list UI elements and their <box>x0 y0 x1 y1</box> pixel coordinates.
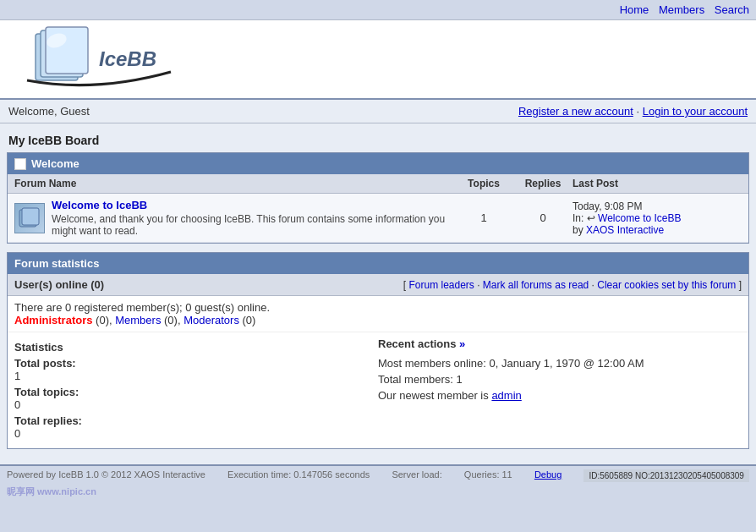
newest-member-link[interactable]: admin <box>491 389 521 402</box>
lastpost-by-label: by <box>572 224 583 236</box>
top-nav-bar: Home Members Search <box>0 0 756 20</box>
forum-row: Welcome to IceBB Welcome, and thank you … <box>8 194 748 243</box>
svg-text:IceBB: IceBB <box>99 47 156 70</box>
forum-name-link[interactable]: Welcome to IceBB <box>52 199 147 211</box>
col-header-replies: Replies <box>513 178 572 189</box>
main-content: My IceBB Board Welcome Forum Name Topics… <box>0 123 756 464</box>
admins-link[interactable]: Administrators <box>14 314 92 326</box>
nav-search-link[interactable]: Search <box>715 3 749 16</box>
members-online-text: There are 0 registered member(s); 0 gues… <box>14 301 270 314</box>
recent-actions-label: Recent actions <box>378 337 456 350</box>
statistics-label: Statistics <box>14 341 378 354</box>
forum-topics-count: 1 <box>454 211 513 224</box>
nav-members-link[interactable]: Members <box>659 3 704 16</box>
welcome-greeting: Welcome, Guest <box>8 105 90 118</box>
forum-info: Welcome to IceBB Welcome, and thank you … <box>52 199 454 237</box>
moderators-link[interactable]: Moderators <box>184 314 239 326</box>
svg-rect-2 <box>46 27 88 74</box>
members-count: (0) <box>164 314 178 326</box>
footer: Powered by IceBB 1.0 © 2012 XAOS Interac… <box>0 464 756 485</box>
forum-stats-section: Forum statistics User(s) online (0) [ Fo… <box>7 252 749 449</box>
forum-column-headers: Forum Name Topics Replies Last Post <box>8 174 748 194</box>
stats-left-col: Statistics Total posts: 1 Total topics: … <box>14 337 378 443</box>
forum-section-welcome: Welcome Forum Name Topics Replies Last P… <box>7 152 749 244</box>
newest-member-label: Our newest member is <box>378 389 489 402</box>
lastpost-thread-link[interactable]: Welcome to IceBB <box>598 212 681 224</box>
total-replies-value: 0 <box>14 427 378 440</box>
stats-members-online-line: There are 0 registered member(s); 0 gues… <box>8 296 748 332</box>
footer-server-load: Server load: <box>392 469 441 482</box>
total-posts-label: Total posts: <box>14 357 378 370</box>
most-online-label: Most members online: <box>378 357 486 370</box>
stats-sep1: · <box>477 279 483 291</box>
lastpost-arrow: ↩ <box>587 212 598 224</box>
most-online-value: 0, January 1, 1970 @ 12:00 AM <box>490 357 644 370</box>
welcome-bar: Welcome, Guest Register a new account · … <box>0 100 756 123</box>
col-header-topics: Topics <box>454 178 513 189</box>
forum-icon <box>14 203 45 233</box>
members-link[interactable]: Members <box>115 314 161 326</box>
forum-replies-count: 0 <box>513 211 572 224</box>
forum-description: Welcome, and thank you for choosing IceB… <box>52 213 454 237</box>
stats-online-bar: User(s) online (0) [ Forum leaders · Mar… <box>8 274 748 296</box>
total-topics-value: 0 <box>14 398 378 411</box>
section-checkbox[interactable] <box>14 158 26 170</box>
forum-leaders-link[interactable]: Forum leaders <box>408 279 474 291</box>
admins-count: (0) <box>96 314 109 326</box>
total-members-value: 1 <box>457 373 463 386</box>
auth-separator: · <box>636 105 642 118</box>
moderators-count: (0) <box>243 314 256 326</box>
footer-page-id: ID:5605889 NO:20131230205405008309 <box>583 469 749 482</box>
auth-links: Register a new account · Login to your a… <box>518 105 748 118</box>
svg-rect-6 <box>22 208 39 225</box>
stats-right-col: Recent actions » Most members online: 0,… <box>378 337 742 443</box>
total-replies-label: Total replies: <box>14 414 378 427</box>
lastpost-in-label: In: <box>572 212 583 224</box>
logo-image: IceBB <box>10 25 179 93</box>
total-topics-label: Total topics: <box>14 386 378 398</box>
lastpost-date: Today, 9:08 PM <box>572 200 643 212</box>
footer-powered-by: Powered by IceBB 1.0 © 2012 XAOS Interac… <box>7 469 205 482</box>
mark-all-link[interactable]: Mark all forums as read <box>483 279 589 291</box>
bracket-close: ] <box>739 279 742 291</box>
footer-execution: Execution time: 0.147056 seconds <box>227 469 370 482</box>
recent-actions-link[interactable]: » <box>459 337 465 350</box>
footer-queries: Queries: 11 <box>464 469 512 482</box>
forum-last-post: Today, 9:08 PM In: ↩ Welcome to IceBB by… <box>572 200 742 236</box>
login-link[interactable]: Login to your account <box>643 105 748 118</box>
nav-home-link[interactable]: Home <box>620 3 649 16</box>
online-label: User(s) online (0) <box>14 278 104 291</box>
forum-section-header: Welcome <box>8 153 748 174</box>
footer-debug-link[interactable]: Debug <box>534 469 562 482</box>
stats-body: Statistics Total posts: 1 Total topics: … <box>8 332 748 448</box>
board-title: My IceBB Board <box>7 130 749 152</box>
recent-actions-header: Recent actions » <box>378 337 742 350</box>
col-header-name: Forum Name <box>14 178 454 189</box>
total-members-label: Total members: <box>378 373 453 386</box>
clear-cookies-link[interactable]: Clear cookies set by this forum <box>597 279 736 291</box>
forum-section-title: Welcome <box>31 157 79 170</box>
stats-links: [ Forum leaders · Mark all forums as rea… <box>403 279 742 291</box>
lastpost-author-link[interactable]: XAOS Interactive <box>586 224 664 236</box>
col-header-lastpost: Last Post <box>572 178 742 189</box>
total-posts-value: 1 <box>14 370 378 382</box>
register-link[interactable]: Register a new account <box>518 105 633 118</box>
stats-section-header: Forum statistics <box>8 253 748 274</box>
logo-area: IceBB <box>0 20 756 100</box>
